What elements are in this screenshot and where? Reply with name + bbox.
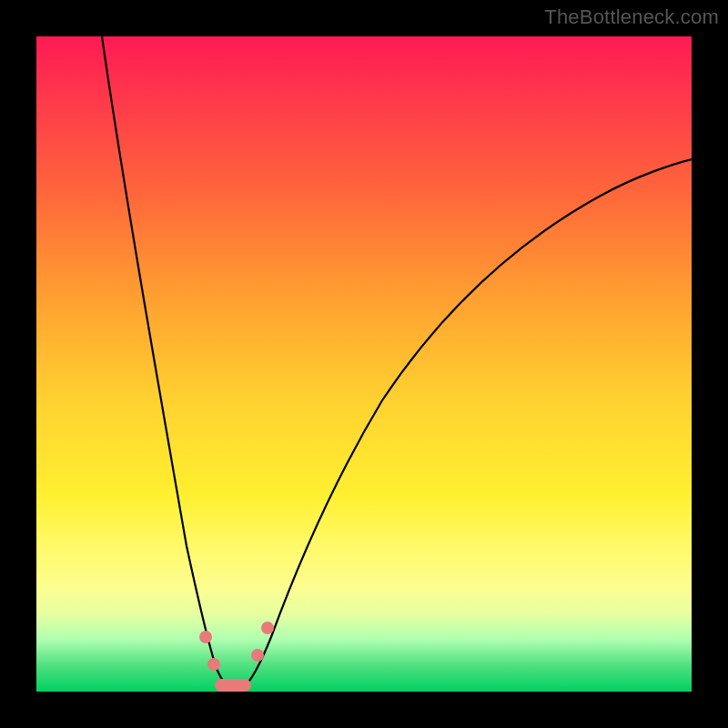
marker-dot bbox=[199, 631, 212, 643]
valley-marker bbox=[215, 679, 251, 692]
marker-dot bbox=[261, 622, 274, 634]
plot-area bbox=[36, 36, 692, 692]
marker-dot bbox=[207, 658, 220, 671]
curve-left bbox=[102, 36, 228, 686]
marker-dot bbox=[251, 649, 264, 662]
watermark-text: TheBottleneck.com bbox=[544, 5, 719, 29]
bottleneck-curve bbox=[36, 36, 692, 692]
chart-container: TheBottleneck.com bbox=[0, 0, 728, 728]
curve-right bbox=[244, 159, 692, 686]
